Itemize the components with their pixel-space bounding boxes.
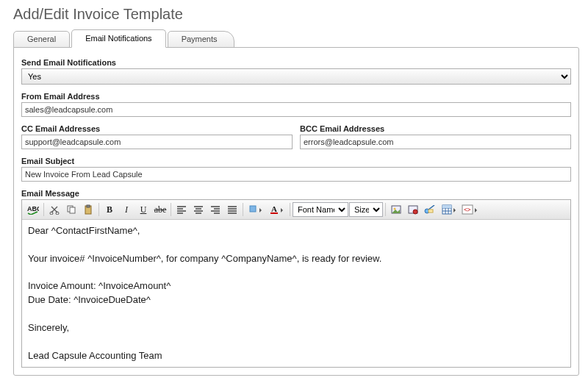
tab-general[interactable]: General <box>13 31 70 48</box>
page-title: Add/Edit Invoice Template <box>13 6 579 23</box>
svg-rect-4 <box>70 207 75 213</box>
underline-button[interactable]: U <box>135 202 151 217</box>
editor-toolbar: ABC B I U abe <box>22 200 570 220</box>
bcc-email-input[interactable] <box>300 135 571 149</box>
cut-icon[interactable] <box>46 202 62 217</box>
label-cc-email: CC Email Addresses <box>21 124 293 133</box>
label-bcc-email: BCC Email Addresses <box>300 124 571 133</box>
rich-text-editor: ABC B I U abe <box>21 199 571 368</box>
send-email-select[interactable]: Yes <box>21 68 571 85</box>
label-from-email: From Email Address <box>21 92 571 101</box>
spellcheck-icon[interactable]: ABC <box>25 202 41 217</box>
font-name-select[interactable]: Font Name <box>293 202 348 217</box>
label-send-email: Send Email Notifications <box>21 58 571 67</box>
svg-rect-7 <box>250 206 256 212</box>
toolbar-separator <box>43 203 44 216</box>
tab-panel: Send Email Notifications Yes From Email … <box>13 47 579 376</box>
align-right-icon[interactable] <box>207 202 223 217</box>
toolbar-separator <box>290 203 290 216</box>
label-message: Email Message <box>21 189 571 198</box>
font-size-select[interactable]: Size <box>349 202 383 217</box>
strikethrough-button[interactable]: abe <box>152 202 168 217</box>
insert-link-icon[interactable] <box>422 202 438 217</box>
italic-button[interactable]: I <box>118 202 135 217</box>
tab-bar: General Email Notifications Payments <box>13 29 579 47</box>
label-subject: Email Subject <box>21 157 571 165</box>
bold-button[interactable]: B <box>101 202 118 217</box>
align-center-icon[interactable] <box>190 202 207 217</box>
svg-text:A: A <box>271 204 277 213</box>
copy-icon[interactable] <box>63 202 79 217</box>
svg-point-13 <box>413 210 417 214</box>
align-left-icon[interactable] <box>173 202 190 217</box>
highlight-icon[interactable] <box>245 202 266 217</box>
svg-rect-15 <box>429 210 433 212</box>
tab-email-notifications[interactable]: Email Notifications <box>71 29 165 48</box>
paste-icon[interactable] <box>80 202 96 217</box>
subject-input[interactable] <box>21 167 571 182</box>
tab-payments[interactable]: Payments <box>168 31 234 48</box>
svg-text:<>: <> <box>464 207 471 213</box>
cc-email-input[interactable] <box>21 135 293 149</box>
toolbar-separator <box>98 203 99 216</box>
svg-rect-9 <box>270 212 278 214</box>
font-color-icon[interactable]: A <box>267 202 287 217</box>
toolbar-separator <box>171 203 171 216</box>
insert-image-icon[interactable] <box>388 202 404 217</box>
align-justify-icon[interactable] <box>224 202 240 217</box>
insert-table-icon[interactable] <box>439 202 459 217</box>
source-view-icon[interactable]: <> <box>460 202 479 217</box>
toolbar-separator <box>385 203 386 216</box>
from-email-input[interactable] <box>21 102 571 117</box>
svg-rect-6 <box>87 205 90 207</box>
toolbar-separator <box>243 203 243 216</box>
insert-attachment-icon[interactable] <box>405 202 421 217</box>
svg-rect-17 <box>442 205 451 208</box>
message-body[interactable]: Dear ^ContactFirstName^, Your invoice# ^… <box>22 220 570 367</box>
